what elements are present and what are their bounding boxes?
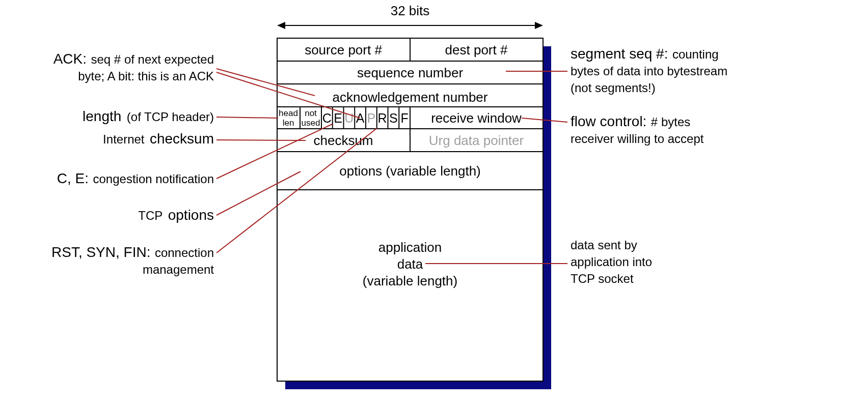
urg-ptr-label: Urg data pointer <box>429 133 524 148</box>
ann-ack-t1: seq # of next expected <box>91 52 214 66</box>
checksum-label: checksum <box>313 133 373 148</box>
ann-ce-rest: congestion notification <box>93 172 214 186</box>
options-label: options (variable length) <box>339 163 481 179</box>
svg-line-27 <box>216 140 306 140</box>
flag-r: R <box>378 111 387 125</box>
ann-cksum-pre: Internet <box>103 132 145 146</box>
ann-rsf-l2: management <box>143 263 214 276</box>
head-len-1: head <box>279 108 298 118</box>
ann-seq-l2: bytes of data into bytestream <box>571 64 727 78</box>
seq-number-label: sequence number <box>357 65 463 80</box>
flag-c: C <box>322 111 332 125</box>
ann-opt-pre: TCP <box>138 209 162 222</box>
ann-rsf-bold: RST, SYN, FIN: <box>51 244 150 260</box>
ann-ack-t2: byte; A bit: this is an ACK <box>78 69 214 83</box>
svg-marker-2 <box>535 22 543 29</box>
ack-number-label: acknowledgement number <box>333 90 488 105</box>
svg-text:RST, SYN, FIN:
      connectio: RST, SYN, FIN: connection <box>51 244 214 260</box>
source-port-label: source port # <box>305 42 382 57</box>
ann-cksum-bold: checksum <box>150 131 214 147</box>
svg-marker-1 <box>277 22 285 29</box>
width-indicator: 32 bits <box>277 3 543 29</box>
flag-p: P <box>367 111 376 125</box>
ann-len-bold: length <box>83 108 121 124</box>
ann-flow-l2: receiver willing to accept <box>571 132 704 146</box>
not-used-2: used <box>302 118 320 128</box>
tcp-header-diagram: 32 bits source port # dest port # sequen… <box>0 0 868 404</box>
svg-text:flow control:
      # bytes: flow control: # bytes <box>571 113 690 129</box>
ann-checksum: Internet checksum <box>103 131 306 147</box>
ann-seq-rest: counting <box>672 47 719 61</box>
ann-data-l2: application into <box>571 255 652 269</box>
ann-opt-bold: options <box>168 207 214 223</box>
app-data-2: data <box>397 256 423 272</box>
svg-text:length
      (of TCP header): length (of TCP header) <box>83 108 214 124</box>
app-data-1: application <box>378 240 442 255</box>
ann-data-l1: data sent by <box>571 238 637 252</box>
dest-port-label: dest port # <box>445 42 508 57</box>
ann-flow-rest: # bytes <box>651 115 690 129</box>
flag-a: A <box>356 111 365 125</box>
ann-rsf-rest: connection <box>155 246 214 259</box>
flag-s: S <box>389 111 398 125</box>
svg-line-25 <box>216 117 278 118</box>
head-len-2: len <box>283 118 294 128</box>
width-label: 32 bits <box>391 3 430 18</box>
svg-text:TCP
      options: TCP options <box>138 207 214 223</box>
ann-ack-bold: ACK: <box>53 51 87 67</box>
not-used-1: not <box>305 108 317 118</box>
flag-f: F <box>400 111 408 125</box>
svg-text:ACK:
      seq # of next expec: ACK: seq # of next expected <box>53 51 214 67</box>
ann-ce-bold: C, E: <box>57 170 89 186</box>
svg-text:Internet
      checksum: Internet checksum <box>103 131 214 147</box>
app-data-3: (variable length) <box>363 273 457 288</box>
svg-text:C, E:
      congestion notific: C, E: congestion notification <box>57 170 214 186</box>
flag-e: E <box>334 111 342 125</box>
ann-data-l3: TCP socket <box>571 272 634 285</box>
ann-length: length (of TCP header) <box>83 108 278 124</box>
ann-flow-bold: flow control: <box>571 113 646 129</box>
ann-len-rest: (of TCP header) <box>127 110 214 124</box>
recv-window-label: receive window <box>431 110 522 126</box>
svg-text:segment seq  #:
      counting: segment seq #: counting <box>571 46 719 62</box>
ann-seq-l3: (not segments!) <box>571 81 656 95</box>
ann-seq-bold: segment seq #: <box>571 46 668 62</box>
